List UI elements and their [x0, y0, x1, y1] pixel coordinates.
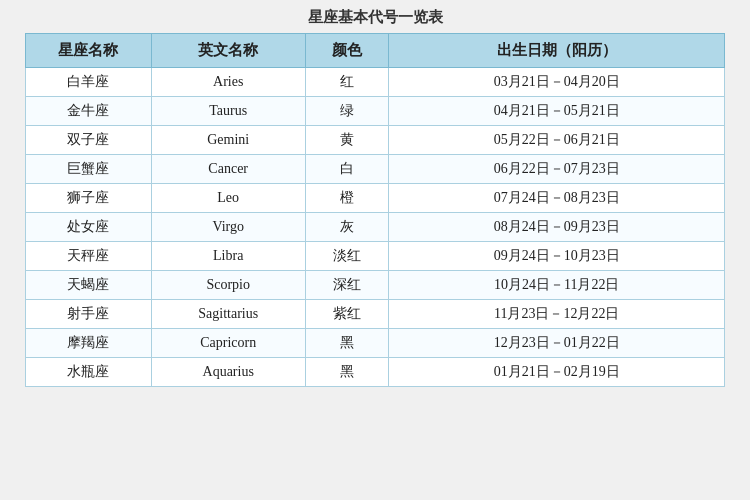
cell-color: 橙	[305, 184, 389, 213]
cell-color: 黄	[305, 126, 389, 155]
cell-color: 深红	[305, 271, 389, 300]
cell-date: 07月24日－08月23日	[389, 184, 725, 213]
table-row: 水瓶座Aquarius黑01月21日－02月19日	[26, 358, 725, 387]
page-title: 星座基本代号一览表	[308, 0, 443, 33]
table-row: 白羊座Aries红03月21日－04月20日	[26, 68, 725, 97]
table-row: 天秤座Libra淡红09月24日－10月23日	[26, 242, 725, 271]
cell-color: 黑	[305, 358, 389, 387]
cell-date: 11月23日－12月22日	[389, 300, 725, 329]
cell-en: Leo	[151, 184, 305, 213]
cell-date: 05月22日－06月21日	[389, 126, 725, 155]
cell-cn: 白羊座	[26, 68, 152, 97]
cell-date: 01月21日－02月19日	[389, 358, 725, 387]
table-row: 狮子座Leo橙07月24日－08月23日	[26, 184, 725, 213]
cell-cn: 天蝎座	[26, 271, 152, 300]
cell-date: 06月22日－07月23日	[389, 155, 725, 184]
cell-color: 黑	[305, 329, 389, 358]
cell-en: Taurus	[151, 97, 305, 126]
table-header-row: 星座名称 英文名称 颜色 出生日期（阳历）	[26, 34, 725, 68]
cell-cn: 处女座	[26, 213, 152, 242]
table-row: 天蝎座Scorpio深红10月24日－11月22日	[26, 271, 725, 300]
header-date: 出生日期（阳历）	[389, 34, 725, 68]
cell-date: 04月21日－05月21日	[389, 97, 725, 126]
cell-color: 紫红	[305, 300, 389, 329]
cell-en: Aries	[151, 68, 305, 97]
cell-en: Capricorn	[151, 329, 305, 358]
cell-color: 灰	[305, 213, 389, 242]
cell-en: Sagittarius	[151, 300, 305, 329]
cell-cn: 双子座	[26, 126, 152, 155]
header-color: 颜色	[305, 34, 389, 68]
cell-date: 10月24日－11月22日	[389, 271, 725, 300]
cell-color: 白	[305, 155, 389, 184]
cell-date: 12月23日－01月22日	[389, 329, 725, 358]
cell-en: Cancer	[151, 155, 305, 184]
cell-en: Scorpio	[151, 271, 305, 300]
table-row: 摩羯座Capricorn黑12月23日－01月22日	[26, 329, 725, 358]
table-row: 处女座Virgo灰08月24日－09月23日	[26, 213, 725, 242]
header-en: 英文名称	[151, 34, 305, 68]
cell-cn: 狮子座	[26, 184, 152, 213]
table-row: 金牛座Taurus绿04月21日－05月21日	[26, 97, 725, 126]
cell-cn: 天秤座	[26, 242, 152, 271]
cell-date: 03月21日－04月20日	[389, 68, 725, 97]
cell-en: Gemini	[151, 126, 305, 155]
cell-date: 08月24日－09月23日	[389, 213, 725, 242]
cell-cn: 水瓶座	[26, 358, 152, 387]
cell-cn: 射手座	[26, 300, 152, 329]
table-wrapper: 星座名称 英文名称 颜色 出生日期（阳历） 白羊座Aries红03月21日－04…	[25, 33, 725, 387]
cell-color: 淡红	[305, 242, 389, 271]
table-row: 双子座Gemini黄05月22日－06月21日	[26, 126, 725, 155]
cell-color: 红	[305, 68, 389, 97]
cell-cn: 摩羯座	[26, 329, 152, 358]
cell-date: 09月24日－10月23日	[389, 242, 725, 271]
zodiac-table: 星座名称 英文名称 颜色 出生日期（阳历） 白羊座Aries红03月21日－04…	[25, 33, 725, 387]
cell-en: Libra	[151, 242, 305, 271]
cell-en: Virgo	[151, 213, 305, 242]
cell-en: Aquarius	[151, 358, 305, 387]
cell-color: 绿	[305, 97, 389, 126]
cell-cn: 金牛座	[26, 97, 152, 126]
table-row: 射手座Sagittarius紫红11月23日－12月22日	[26, 300, 725, 329]
header-cn: 星座名称	[26, 34, 152, 68]
table-row: 巨蟹座Cancer白06月22日－07月23日	[26, 155, 725, 184]
cell-cn: 巨蟹座	[26, 155, 152, 184]
